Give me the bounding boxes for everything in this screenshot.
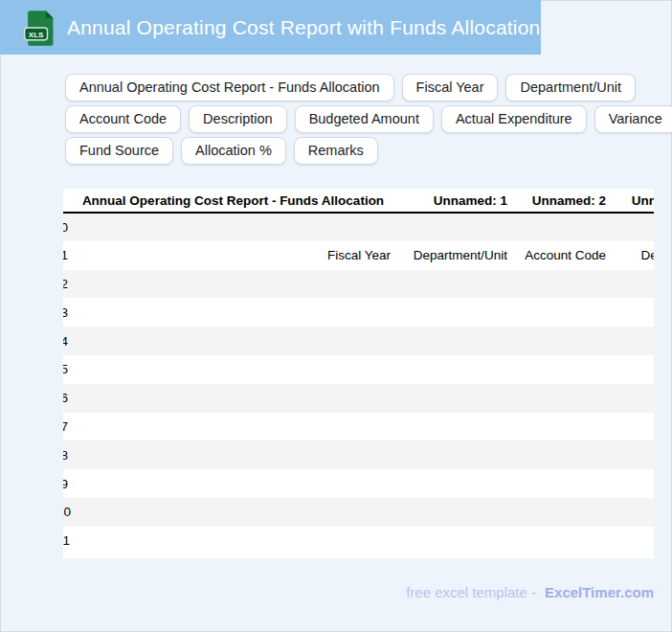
cell: [610, 327, 654, 355]
cell: [610, 413, 654, 441]
cell: Description: [610, 241, 654, 270]
table-row: 4: [63, 327, 654, 355]
cell: Account Code: [511, 241, 610, 270]
cell: [610, 469, 654, 498]
table-row: 3: [63, 298, 654, 327]
cell: [394, 527, 511, 555]
column-header-unnamed-2: Unnamed: 2: [511, 189, 610, 213]
cell: [72, 213, 394, 241]
table-row: 0: [63, 213, 654, 241]
row-index: 1: [63, 241, 72, 270]
chip-fund-source[interactable]: Fund Source: [65, 137, 173, 165]
cell: [394, 355, 511, 384]
chip-fiscal-year[interactable]: Fiscal Year: [402, 74, 499, 102]
cell: [72, 440, 394, 469]
cell: [72, 270, 394, 299]
cell: [610, 498, 654, 527]
cell: Department/Unit: [394, 241, 511, 270]
cell: [394, 440, 511, 469]
cell: [610, 355, 654, 384]
cell: [394, 413, 511, 441]
chip-remarks[interactable]: Remarks: [294, 137, 378, 165]
row-index: 11: [63, 527, 72, 555]
xls-badge-text: XLS: [29, 30, 44, 38]
keyword-chips: Annual Operating Cost Report - Funds All…: [65, 74, 659, 169]
cell: [511, 270, 610, 299]
table-header-row: Annual Operating Cost Report - Funds All…: [63, 189, 654, 213]
row-index: 10: [63, 498, 72, 527]
column-header-unnamed-1: Unnamed: 1: [394, 189, 511, 213]
cell: [511, 384, 610, 413]
chip-report-title[interactable]: Annual Operating Cost Report - Funds All…: [65, 74, 394, 102]
footer-credit-text: free excel template -: [406, 584, 536, 600]
cell: [72, 498, 394, 527]
cell: [72, 384, 394, 413]
cell: [610, 270, 654, 299]
chip-row-2: Account Code Description Budgeted Amount…: [65, 105, 659, 133]
cell: [511, 298, 610, 327]
cell: [610, 527, 654, 555]
cell: [394, 498, 511, 527]
column-header-title: Annual Operating Cost Report - Funds All…: [72, 189, 394, 213]
table-row: 1 Fiscal Year Department/Unit Account Co…: [63, 241, 654, 270]
chip-allocation-pct[interactable]: Allocation %: [181, 137, 286, 165]
column-header-unnamed-3: Unnamed: 3: [610, 189, 654, 213]
index-column-header: [63, 189, 72, 213]
table-row: 2: [63, 270, 654, 299]
chip-variance[interactable]: Variance: [594, 105, 672, 133]
cell: [72, 413, 394, 441]
table-row: 7: [63, 413, 654, 441]
cell: [610, 440, 654, 469]
table-row: 6: [63, 384, 654, 413]
row-index: 8: [63, 440, 72, 469]
table-row: 9: [63, 469, 654, 498]
cell: [72, 469, 394, 498]
cell: [511, 355, 610, 384]
cell: [610, 213, 654, 241]
cell: [511, 469, 610, 498]
cell: [511, 327, 610, 355]
cell: [72, 298, 394, 327]
data-table: Annual Operating Cost Report - Funds All…: [63, 189, 654, 555]
table-row: 8: [63, 440, 654, 469]
cell: [511, 440, 610, 469]
table-row: 10: [63, 498, 654, 527]
cell: [394, 213, 511, 241]
chip-budgeted-amount[interactable]: Budgeted Amount: [295, 105, 434, 133]
page-title: Annual Operating Cost Report with Funds …: [67, 16, 540, 39]
chip-department-unit[interactable]: Department/Unit: [505, 74, 636, 102]
cell: [72, 527, 394, 555]
footer: free excel template -ExcelTimer.com: [406, 583, 654, 602]
cell: [511, 413, 610, 441]
cell: [610, 298, 654, 327]
row-index: 5: [63, 355, 72, 384]
cell: [394, 270, 511, 299]
xls-file-icon: XLS: [23, 8, 56, 48]
page: { "titlebar": { "title": "Annual Operati…: [0, 0, 672, 632]
cell: [610, 384, 654, 413]
row-index: 3: [63, 298, 72, 327]
table-preview: Annual Operating Cost Report - Funds All…: [63, 189, 654, 558]
row-index: 6: [63, 384, 72, 413]
cell: [511, 213, 610, 241]
titlebar: XLS Annual Operating Cost Report with Fu…: [0, 0, 541, 55]
row-index: 4: [63, 327, 72, 355]
chip-account-code[interactable]: Account Code: [65, 105, 181, 133]
table-row: 5: [63, 355, 654, 384]
cell: [72, 355, 394, 384]
cell: [394, 327, 511, 355]
brand-link[interactable]: ExcelTimer.com: [545, 584, 654, 600]
chip-row-3: Fund Source Allocation % Remarks: [65, 137, 659, 165]
cell: [394, 469, 511, 498]
cell: [511, 498, 610, 527]
cell: [511, 527, 610, 555]
table-row: 11: [63, 527, 654, 555]
cell: [394, 298, 511, 327]
row-index: 0: [63, 213, 72, 241]
cell: [72, 327, 394, 355]
chip-actual-expenditure[interactable]: Actual Expenditure: [441, 105, 587, 133]
cell: [394, 384, 511, 413]
chip-description[interactable]: Description: [189, 105, 287, 133]
row-index: 2: [63, 270, 72, 299]
row-index: 9: [63, 469, 72, 498]
